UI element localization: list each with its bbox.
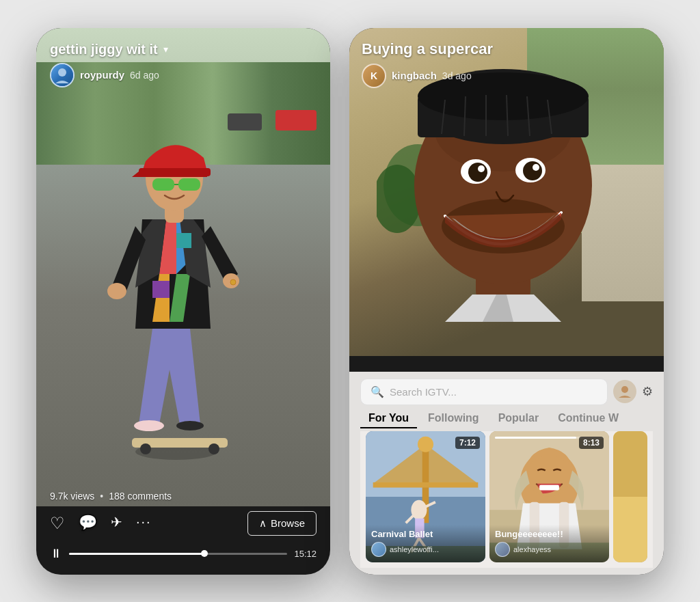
left-spacer bbox=[36, 94, 330, 484]
svg-point-45 bbox=[418, 436, 433, 452]
svg-point-17 bbox=[58, 68, 66, 77]
separator: • bbox=[100, 491, 103, 502]
tabs-row: For You Following Popular Continue W bbox=[360, 409, 653, 428]
progress-dot[interactable] bbox=[201, 550, 208, 557]
progress-bar[interactable] bbox=[69, 553, 287, 555]
svg-rect-58 bbox=[539, 484, 559, 490]
progress-row: ⏸ 15:12 bbox=[50, 547, 317, 561]
right-spacer bbox=[349, 95, 664, 372]
left-top-bar: gettin jiggy wit it ▾ roypurdy 6d ago bbox=[36, 28, 330, 94]
thumb2-duration: 8:13 bbox=[579, 437, 604, 449]
right-username[interactable]: kingbach bbox=[392, 70, 437, 81]
video-grid: 7:12 Carnival Ballet ashleylewoffi... bbox=[360, 431, 653, 568]
pause-button[interactable]: ⏸ bbox=[50, 547, 62, 561]
views-count: 9.7k views bbox=[50, 491, 94, 502]
right-user-row: K kingbach 3d ago bbox=[362, 64, 651, 88]
right-time-ago: 3d ago bbox=[442, 70, 472, 81]
thumb1-duration: 7:12 bbox=[455, 437, 480, 449]
search-area: 🔍 Search IGTV... ⚙ For You Following bbox=[349, 372, 664, 575]
thumb2-user-row: alexhayess bbox=[495, 542, 604, 557]
duration-text: 15:12 bbox=[294, 549, 317, 559]
thumb2-avatar bbox=[495, 542, 510, 557]
thumb1-user-row: ashleylewoffi... bbox=[371, 542, 480, 557]
left-phone: gettin jiggy wit it ▾ roypurdy 6d ago bbox=[36, 28, 330, 575]
search-bar[interactable]: 🔍 Search IGTV... bbox=[360, 379, 608, 405]
left-time-ago: 6d ago bbox=[130, 70, 159, 81]
profile-icon-button[interactable] bbox=[613, 380, 636, 403]
video-title-row: gettin jiggy wit it ▾ bbox=[50, 42, 317, 57]
video-thumb-1[interactable]: 7:12 Carnival Ballet ashleylewoffi... bbox=[366, 431, 485, 562]
action-icons-group: ♡ 💬 ✈ ··· bbox=[50, 514, 247, 533]
svg-rect-63 bbox=[613, 431, 647, 497]
settings-button[interactable]: ⚙ bbox=[642, 384, 653, 399]
comment-button[interactable]: 💬 bbox=[79, 514, 97, 533]
tab-popular[interactable]: Popular bbox=[490, 409, 548, 428]
main-container: gettin jiggy wit it ▾ roypurdy 6d ago bbox=[36, 28, 664, 575]
like-button[interactable]: ♡ bbox=[50, 514, 65, 533]
left-video-overlay: gettin jiggy wit it ▾ roypurdy 6d ago bbox=[36, 28, 330, 575]
thumb2-username: alexhayess bbox=[513, 545, 551, 553]
video-thumb-2[interactable]: 8:13 Bungeeeeeeee!! alexhayess bbox=[489, 431, 609, 562]
right-video-title: Buying a supercar bbox=[362, 40, 651, 58]
svg-point-40 bbox=[621, 386, 628, 393]
stats-row: 9.7k views • 188 comments bbox=[50, 491, 317, 502]
left-avatar-img bbox=[51, 64, 73, 86]
left-video-title: gettin jiggy wit it bbox=[50, 42, 158, 57]
left-user-row: roypurdy 6d ago bbox=[50, 63, 317, 87]
browse-label: Browse bbox=[271, 517, 305, 529]
svg-rect-46 bbox=[373, 482, 479, 487]
right-avatar[interactable]: K bbox=[362, 64, 386, 88]
thumb1-bottom: Carnival Ballet ashleylewoffi... bbox=[366, 525, 485, 562]
right-top-bar: Buying a supercar K kingbach 3d ago bbox=[349, 28, 664, 95]
left-avatar[interactable] bbox=[50, 63, 75, 87]
thumb2-bottom: Bungeeeeeeee!! alexhayess bbox=[489, 525, 609, 562]
dropdown-icon[interactable]: ▾ bbox=[163, 44, 168, 55]
more-options-button[interactable]: ··· bbox=[136, 514, 152, 533]
thumb1-avatar bbox=[371, 542, 386, 557]
comments-count: 188 comments bbox=[109, 491, 172, 502]
left-bottom-controls: 9.7k views • 188 comments ♡ 💬 ✈ ··· ∧ Br… bbox=[36, 484, 330, 575]
actions-row: ♡ 💬 ✈ ··· ∧ Browse bbox=[50, 511, 317, 536]
left-username[interactable]: roypurdy bbox=[80, 69, 124, 81]
chevron-up-icon: ∧ bbox=[259, 517, 267, 530]
share-button[interactable]: ✈ bbox=[111, 514, 122, 533]
thumb2-title: Bungeeeeeeee!! bbox=[495, 529, 604, 539]
thumb1-title: Carnival Ballet bbox=[371, 529, 480, 539]
search-icon: 🔍 bbox=[371, 385, 384, 398]
search-placeholder: Search IGTV... bbox=[390, 386, 457, 398]
video-thumb-3[interactable] bbox=[613, 431, 647, 562]
progress-fill bbox=[69, 553, 204, 555]
browse-button[interactable]: ∧ Browse bbox=[247, 511, 317, 536]
right-video-overlay: Buying a supercar K kingbach 3d ago 🔍 Se… bbox=[349, 28, 664, 575]
tab-following[interactable]: Following bbox=[420, 409, 487, 428]
right-phone: Buying a supercar K kingbach 3d ago 🔍 Se… bbox=[349, 28, 664, 575]
tab-continue[interactable]: Continue W bbox=[550, 409, 627, 428]
thumb2-progress-fill bbox=[495, 437, 576, 439]
thumb1-username: ashleylewoffi... bbox=[390, 545, 439, 553]
tab-for-you[interactable]: For You bbox=[360, 409, 417, 428]
